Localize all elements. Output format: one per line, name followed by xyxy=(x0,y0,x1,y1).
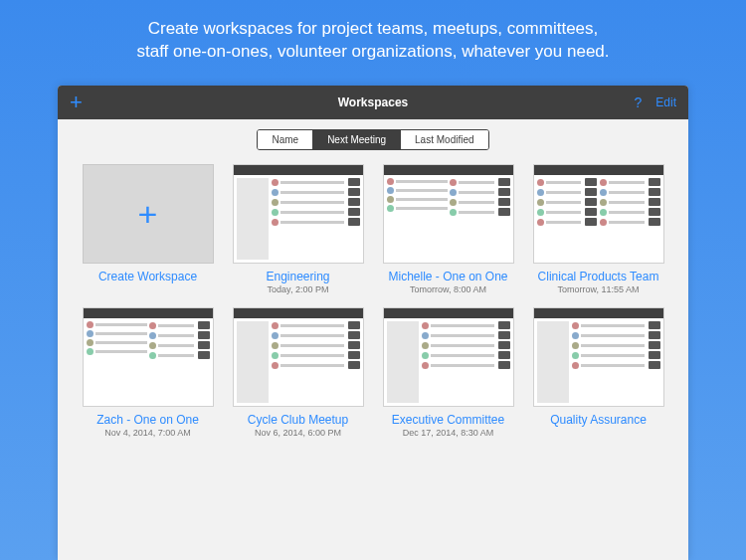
workspace-title: Clinical Products Team xyxy=(538,270,659,283)
workspace-card[interactable]: Michelle - One on OneTomorrow, 8:00 AM xyxy=(378,164,518,295)
workspace-subtitle: Nov 4, 2014, 7:00 AM xyxy=(104,428,191,439)
workspace-title: Quality Assurance xyxy=(550,413,647,427)
workspace-subtitle: Nov 6, 2014, 6:00 PM xyxy=(255,428,341,439)
plus-icon: + xyxy=(138,195,158,234)
workspace-subtitle: Tomorrow, 11:55 AM xyxy=(557,284,639,295)
workspace-thumb[interactable] xyxy=(383,164,514,264)
page-title: Workspaces xyxy=(58,95,688,109)
workspace-card[interactable]: Clinical Products TeamTomorrow, 11:55 AM xyxy=(528,164,668,295)
workspace-card[interactable]: EngineeringToday, 2:00 PM xyxy=(228,164,368,295)
workspace-title: Create Workspace xyxy=(98,270,197,283)
app-panel: + Workspaces ? Edit Name Next Meeting La… xyxy=(58,86,688,560)
workspace-title: Executive Committee xyxy=(392,413,504,427)
edit-button[interactable]: Edit xyxy=(655,95,676,109)
create-workspace-card[interactable]: +Create Workspace xyxy=(78,164,218,295)
workspace-thumb[interactable] xyxy=(533,164,664,264)
workspace-grid: +Create WorkspaceEngineeringToday, 2:00 … xyxy=(58,158,688,459)
workspace-card[interactable]: Zach - One on OneNov 4, 2014, 7:00 AM xyxy=(78,307,218,439)
toolbar: + Workspaces ? Edit xyxy=(58,86,688,119)
workspace-subtitle: Dec 17, 2014, 8:30 AM xyxy=(403,428,494,439)
workspace-thumb[interactable] xyxy=(383,307,514,407)
workspace-title: Zach - One on One xyxy=(96,413,199,427)
intro-line1: Create workspaces for project teams, mee… xyxy=(60,18,686,41)
help-button[interactable]: ? xyxy=(635,94,643,110)
create-workspace-thumb[interactable]: + xyxy=(83,164,214,264)
segment-next-meeting[interactable]: Next Meeting xyxy=(313,130,401,149)
workspace-title: Michelle - One on One xyxy=(388,270,507,283)
workspace-thumb[interactable] xyxy=(233,164,364,264)
intro-text: Create workspaces for project teams, mee… xyxy=(0,0,746,78)
workspace-card[interactable]: Cycle Club MeetupNov 6, 2014, 6:00 PM xyxy=(228,307,368,439)
workspace-thumb[interactable] xyxy=(533,307,664,407)
workspace-thumb[interactable] xyxy=(233,307,364,407)
sort-segment-bar: Name Next Meeting Last Modified xyxy=(58,119,688,158)
workspace-title: Cycle Club Meetup xyxy=(248,413,348,427)
workspace-subtitle: Today, 2:00 PM xyxy=(268,284,329,295)
workspace-title: Engineering xyxy=(266,270,329,283)
workspace-thumb[interactable] xyxy=(83,307,214,407)
segment-name[interactable]: Name xyxy=(258,130,313,149)
intro-line2: staff one-on-ones, volunteer organizatio… xyxy=(60,41,686,64)
add-button[interactable]: + xyxy=(70,92,83,113)
workspace-card[interactable]: Quality Assurance xyxy=(528,307,668,439)
workspace-card[interactable]: Executive CommitteeDec 17, 2014, 8:30 AM xyxy=(378,307,518,439)
workspace-subtitle: Tomorrow, 8:00 AM xyxy=(410,284,486,295)
segment-last-modified[interactable]: Last Modified xyxy=(401,130,487,149)
